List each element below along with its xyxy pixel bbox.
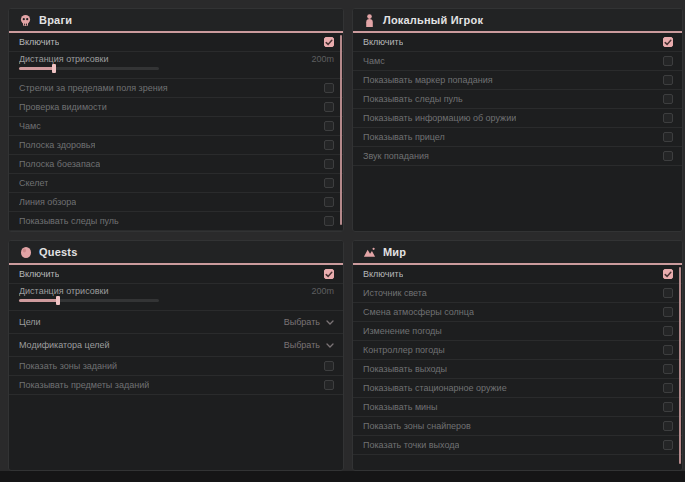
checkbox[interactable] bbox=[324, 197, 334, 207]
row-toggle: Показывать следы пуль bbox=[9, 212, 343, 231]
slider-value: 200m bbox=[311, 286, 334, 296]
draw-distance-slider[interactable] bbox=[19, 67, 159, 70]
checkbox[interactable] bbox=[324, 102, 334, 112]
toggle-label: Показать точки выхода bbox=[363, 440, 459, 450]
toggle-label: Включить bbox=[19, 269, 59, 279]
toggle-label: Полоска здоровья bbox=[19, 140, 95, 150]
panel-scrollbar[interactable] bbox=[679, 267, 681, 464]
toggle-label: Включить bbox=[363, 37, 403, 47]
toggle-label: Показывать мины bbox=[363, 402, 438, 412]
panel-title: Локальный Игрок bbox=[383, 14, 483, 26]
row-toggle: Показывать следы пуль bbox=[353, 90, 682, 109]
row-toggle: Чамс bbox=[353, 52, 682, 71]
row-toggle: Полоска боезапаса bbox=[9, 155, 343, 174]
panel-header-enemies: Враги bbox=[9, 9, 343, 33]
checkbox[interactable] bbox=[324, 83, 334, 93]
mountain-icon bbox=[363, 246, 376, 259]
checkbox[interactable] bbox=[663, 56, 673, 66]
toggle-label: Источник света bbox=[363, 288, 427, 298]
slider-value: 200m bbox=[311, 54, 334, 64]
checkbox[interactable] bbox=[324, 361, 334, 371]
panel-title: Мир bbox=[383, 246, 406, 258]
checkbox[interactable] bbox=[663, 37, 673, 47]
select-dropdown[interactable]: Выбрать bbox=[284, 317, 334, 327]
checkbox[interactable] bbox=[663, 94, 673, 104]
check-icon bbox=[664, 271, 672, 278]
slider-handle[interactable] bbox=[52, 64, 56, 73]
checkbox[interactable] bbox=[663, 345, 673, 355]
checkbox[interactable] bbox=[663, 307, 673, 317]
row-toggle: Включить bbox=[353, 265, 682, 284]
checkbox[interactable] bbox=[663, 364, 673, 374]
panel-quests: QuestsВключитьДистанция отрисовки200mЦел… bbox=[8, 240, 344, 471]
toggle-label: Чамс bbox=[19, 121, 41, 131]
toggle-label: Смена атмосферы солнца bbox=[363, 307, 474, 317]
person-icon bbox=[363, 14, 376, 27]
checkbox[interactable] bbox=[324, 140, 334, 150]
skull-icon bbox=[19, 14, 32, 27]
panel-title: Враги bbox=[39, 14, 72, 26]
row-toggle: Показывать выходы bbox=[353, 360, 682, 379]
row-toggle: Линия обзора bbox=[9, 193, 343, 212]
toggle-label: Показывать прицел bbox=[363, 132, 445, 142]
checkbox[interactable] bbox=[663, 132, 673, 142]
checkbox[interactable] bbox=[663, 383, 673, 393]
chevron-down-icon bbox=[326, 343, 334, 348]
checkbox[interactable] bbox=[324, 380, 334, 390]
toggle-label: Чамс bbox=[363, 56, 385, 66]
checkbox[interactable] bbox=[663, 288, 673, 298]
select-label: Цели bbox=[19, 317, 41, 327]
checkbox[interactable] bbox=[324, 37, 334, 47]
toggle-label: Контроллер погоды bbox=[363, 345, 445, 355]
slider-label: Дистанция отрисовки bbox=[19, 54, 109, 64]
panel-local-player: Локальный ИгрокВключитьЧамсПоказывать ма… bbox=[352, 8, 683, 232]
slider-fill bbox=[19, 67, 54, 70]
checkbox[interactable] bbox=[324, 216, 334, 226]
select-label: Модификатора целей bbox=[19, 340, 110, 350]
checkbox[interactable] bbox=[324, 121, 334, 131]
orb-icon bbox=[19, 246, 32, 259]
draw-distance-slider[interactable] bbox=[19, 299, 159, 302]
row-toggle: Включить bbox=[9, 265, 343, 284]
checkbox[interactable] bbox=[663, 151, 673, 161]
panel-scrollbar[interactable] bbox=[340, 35, 342, 225]
checkbox[interactable] bbox=[663, 440, 673, 450]
check-icon bbox=[325, 271, 333, 278]
checkbox[interactable] bbox=[324, 178, 334, 188]
row-slider: Дистанция отрисовки200m bbox=[9, 52, 343, 79]
row-toggle: Контроллер погоды bbox=[353, 341, 682, 360]
row-toggle: Стрелки за пределами поля зрения bbox=[9, 79, 343, 98]
checkbox[interactable] bbox=[663, 326, 673, 336]
toggle-label: Показывать следы пуль bbox=[19, 216, 119, 226]
toggle-label: Проверка видимости bbox=[19, 102, 107, 112]
select-value: Выбрать bbox=[284, 317, 320, 327]
panel-body: ВключитьИсточник светаСмена атмосферы со… bbox=[353, 265, 682, 455]
select-value: Выбрать bbox=[284, 340, 320, 350]
slider-label: Дистанция отрисовки bbox=[19, 286, 109, 296]
toggle-label: Линия обзора bbox=[19, 197, 76, 207]
checkbox[interactable] bbox=[324, 269, 334, 279]
panel-world: МирВключитьИсточник светаСмена атмосферы… bbox=[352, 240, 683, 471]
row-toggle: Скелет bbox=[9, 174, 343, 193]
checkbox[interactable] bbox=[663, 402, 673, 412]
check-icon bbox=[664, 39, 672, 46]
row-toggle: Включить bbox=[9, 33, 343, 52]
checkbox[interactable] bbox=[663, 421, 673, 431]
bottom-strip bbox=[0, 471, 685, 482]
checkbox[interactable] bbox=[663, 269, 673, 279]
toggle-label: Показать зоны заданий bbox=[19, 361, 117, 371]
row-toggle: Показывать предметы заданий bbox=[9, 376, 343, 395]
checkbox[interactable] bbox=[663, 113, 673, 123]
slider-handle[interactable] bbox=[56, 296, 60, 305]
panel-header-world: Мир bbox=[353, 241, 682, 265]
row-toggle: Показать зоны заданий bbox=[9, 357, 343, 376]
row-toggle: Полоска здоровья bbox=[9, 136, 343, 155]
panel-body: ВключитьЧамсПоказывать маркер попаданияП… bbox=[353, 33, 682, 166]
row-toggle: Смена атмосферы солнца bbox=[353, 303, 682, 322]
slider-fill bbox=[19, 299, 58, 302]
check-icon bbox=[325, 39, 333, 46]
checkbox[interactable] bbox=[324, 159, 334, 169]
panel-enemies: ВрагиВключитьДистанция отрисовки200mСтре… bbox=[8, 8, 344, 232]
select-dropdown[interactable]: Выбрать bbox=[284, 340, 334, 350]
checkbox[interactable] bbox=[663, 75, 673, 85]
